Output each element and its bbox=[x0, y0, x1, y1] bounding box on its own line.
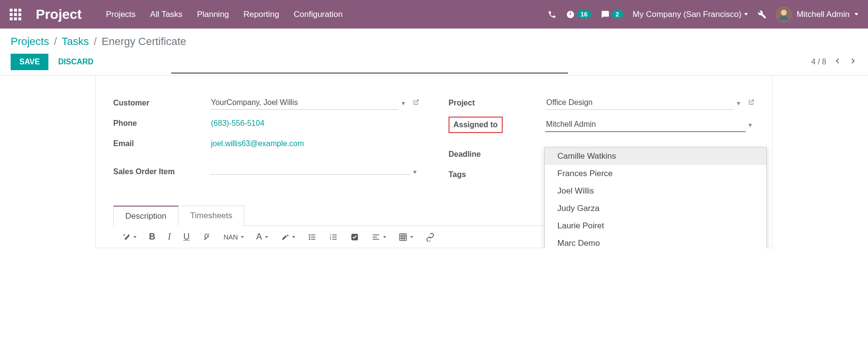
customer-label: Customer bbox=[113, 99, 210, 107]
svg-point-1 bbox=[781, 10, 787, 15]
svg-point-3 bbox=[309, 236, 310, 238]
chevron-down-icon[interactable]: ▾ bbox=[734, 99, 743, 107]
dropdown-option[interactable]: Camille Watkins bbox=[545, 148, 766, 165]
align-icon[interactable] bbox=[372, 233, 386, 241]
svg-rect-11 bbox=[332, 234, 336, 235]
company-selector[interactable]: My Company (San Francisco) bbox=[633, 10, 748, 19]
phone-value[interactable]: (683)-556-5104 bbox=[210, 117, 419, 130]
table-icon[interactable] bbox=[399, 233, 413, 241]
avatar bbox=[776, 7, 792, 22]
highlight-icon[interactable] bbox=[281, 233, 295, 241]
svg-rect-17 bbox=[373, 239, 379, 239]
user-menu[interactable]: Mitchell Admin bbox=[776, 7, 858, 22]
dropdown-option[interactable]: Joel Willis bbox=[545, 182, 766, 200]
phone-icon[interactable] bbox=[548, 10, 556, 19]
svg-rect-12 bbox=[332, 237, 336, 238]
tab-timesheets[interactable]: Timesheets bbox=[178, 206, 244, 226]
dropdown-option[interactable]: Frances Pierce bbox=[545, 165, 766, 182]
strikethrough-icon[interactable] bbox=[202, 233, 211, 241]
breadcrumb: Projects / Tasks / Energy Certificate bbox=[11, 35, 857, 48]
left-column: Customer YourCompany, Joel Willis ▾ Phon… bbox=[113, 96, 419, 188]
assigned-to-label: Assigned to bbox=[449, 117, 503, 133]
chevron-down-icon[interactable]: ▾ bbox=[746, 121, 755, 129]
so-item-label: Sales Order Item bbox=[113, 167, 210, 176]
nav-projects[interactable]: Projects bbox=[106, 10, 135, 19]
chevron-down-icon[interactable]: ▾ bbox=[399, 99, 408, 107]
dropdown-option[interactable]: Laurie Poiret bbox=[545, 217, 766, 235]
svg-rect-13 bbox=[332, 239, 336, 239]
tab-description[interactable]: Description bbox=[113, 206, 179, 226]
customer-input[interactable]: YourCompany, Joel Willis bbox=[210, 96, 399, 110]
breadcrumb-sep: / bbox=[54, 35, 57, 48]
dropdown-option[interactable]: Marc Demo bbox=[545, 235, 766, 248]
control-panel: Projects / Tasks / Energy Certificate SA… bbox=[0, 29, 868, 75]
discard-button[interactable]: DISCARD bbox=[58, 58, 93, 66]
pager-prev-icon[interactable] bbox=[833, 57, 842, 67]
chevron-down-icon[interactable]: ▾ bbox=[410, 168, 419, 176]
breadcrumb-tasks[interactable]: Tasks bbox=[62, 35, 89, 48]
project-input[interactable]: Office Design bbox=[545, 96, 734, 110]
pager: 4 / 8 bbox=[811, 57, 857, 67]
activity-badge: 16 bbox=[577, 10, 591, 18]
pager-text: 4 / 8 bbox=[811, 58, 826, 66]
pager-next-icon[interactable] bbox=[849, 57, 857, 67]
svg-rect-16 bbox=[373, 237, 377, 238]
right-column: Project Office Design ▾ Assigned to Mitc… bbox=[449, 96, 755, 188]
ol-icon[interactable]: 123 bbox=[329, 233, 338, 241]
nav-menu: Projects All Tasks Planning Reporting Co… bbox=[106, 10, 343, 19]
link-icon[interactable] bbox=[426, 233, 434, 241]
assigned-dropdown: Camille Watkins Frances Pierce Joel Will… bbox=[544, 147, 767, 248]
message-badge: 2 bbox=[612, 10, 623, 18]
dropdown-option[interactable]: Judy Garza bbox=[545, 200, 766, 217]
italic-icon[interactable]: I bbox=[168, 232, 171, 242]
magic-icon[interactable] bbox=[122, 233, 136, 241]
svg-text:3: 3 bbox=[329, 238, 331, 240]
svg-rect-18 bbox=[400, 234, 406, 240]
underline-icon[interactable]: U bbox=[183, 232, 190, 242]
nav-planning[interactable]: Planning bbox=[197, 10, 229, 19]
bold-icon[interactable]: B bbox=[149, 232, 155, 242]
svg-rect-5 bbox=[311, 234, 315, 235]
nav-configuration[interactable]: Configuration bbox=[294, 10, 343, 19]
deadline-label: Deadline bbox=[449, 150, 545, 159]
project-label: Project bbox=[449, 99, 545, 107]
user-name: Mitchell Admin bbox=[796, 10, 850, 19]
svg-point-4 bbox=[309, 239, 310, 240]
email-value[interactable]: joel.willis63@example.com bbox=[210, 137, 419, 150]
chevron-down-icon bbox=[854, 13, 858, 15]
debug-icon[interactable] bbox=[758, 10, 766, 19]
nav-all-tasks[interactable]: All Tasks bbox=[150, 10, 182, 19]
svg-point-2 bbox=[309, 234, 310, 236]
topbar: Project Projects All Tasks Planning Repo… bbox=[0, 0, 868, 29]
apps-icon[interactable] bbox=[10, 9, 21, 20]
form-sheet: Customer YourCompany, Joel Willis ▾ Phon… bbox=[95, 75, 773, 248]
external-link-icon[interactable] bbox=[748, 99, 755, 107]
topbar-right: 16 2 My Company (San Francisco) Mitchell… bbox=[548, 7, 858, 22]
svg-rect-7 bbox=[311, 239, 315, 239]
svg-rect-15 bbox=[373, 234, 379, 235]
save-button[interactable]: SAVE bbox=[11, 54, 48, 70]
ul-icon[interactable] bbox=[308, 233, 316, 241]
breadcrumb-current: Energy Certificate bbox=[102, 35, 186, 48]
size-selector[interactable]: NAN bbox=[224, 233, 244, 241]
assigned-to-input[interactable]: Mitchell Admin bbox=[545, 118, 746, 132]
breadcrumb-sep: / bbox=[94, 35, 97, 48]
nav-reporting[interactable]: Reporting bbox=[243, 10, 279, 19]
brand-title[interactable]: Project bbox=[36, 7, 82, 22]
breadcrumb-projects[interactable]: Projects bbox=[11, 35, 49, 48]
phone-label: Phone bbox=[113, 119, 210, 128]
so-item-input[interactable] bbox=[210, 169, 410, 175]
font-color-icon[interactable]: A bbox=[256, 232, 268, 242]
email-label: Email bbox=[113, 139, 210, 148]
chevron-down-icon bbox=[744, 13, 748, 15]
company-name: My Company (San Francisco) bbox=[633, 10, 742, 19]
tags-label: Tags bbox=[449, 170, 545, 179]
external-link-icon[interactable] bbox=[413, 99, 419, 107]
checklist-icon[interactable] bbox=[350, 233, 359, 241]
messaging-icon[interactable]: 2 bbox=[601, 10, 623, 19]
activity-icon[interactable]: 16 bbox=[566, 10, 591, 19]
svg-rect-6 bbox=[311, 237, 315, 238]
